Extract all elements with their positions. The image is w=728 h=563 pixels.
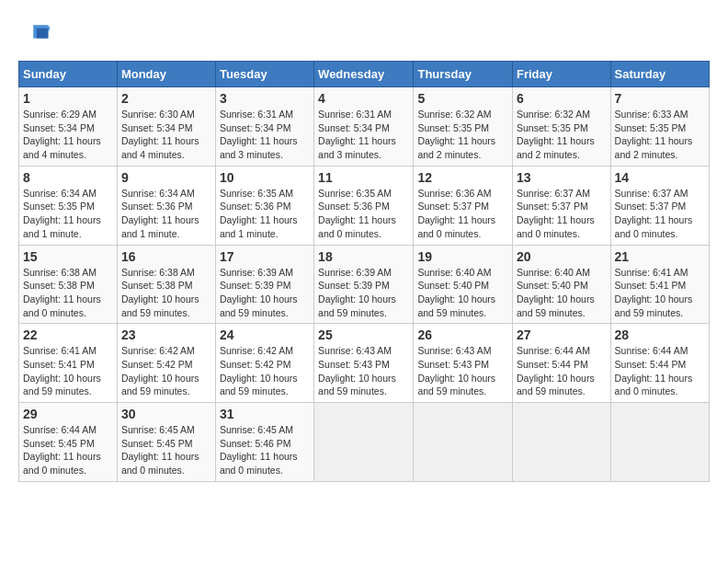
day-number: 13: [517, 170, 607, 185]
calendar-cell: 4 Sunrise: 6:31 AMSunset: 5:34 PMDayligh…: [314, 87, 414, 167]
day-number: 9: [121, 170, 211, 185]
day-info: Sunrise: 6:34 AMSunset: 5:36 PMDaylight:…: [121, 188, 199, 239]
calendar-cell: 26 Sunrise: 6:43 AMSunset: 5:43 PMDaylig…: [414, 324, 513, 403]
day-info: Sunrise: 6:38 AMSunset: 5:38 PMDaylight:…: [23, 267, 101, 318]
calendar-table: SundayMondayTuesdayWednesdayThursdayFrid…: [18, 61, 710, 482]
calendar-week-row: 22 Sunrise: 6:41 AMSunset: 5:41 PMDaylig…: [19, 324, 710, 403]
day-number: 19: [417, 249, 508, 264]
calendar-cell: 31 Sunrise: 6:45 AMSunset: 5:46 PMDaylig…: [215, 403, 313, 482]
day-info: Sunrise: 6:30 AMSunset: 5:34 PMDaylight:…: [121, 109, 199, 160]
page-header: [18, 18, 710, 52]
day-info: Sunrise: 6:31 AMSunset: 5:34 PMDaylight:…: [220, 109, 298, 160]
calendar-cell: 15 Sunrise: 6:38 AMSunset: 5:38 PMDaylig…: [19, 245, 118, 324]
calendar-cell: 10 Sunrise: 6:35 AMSunset: 5:36 PMDaylig…: [215, 166, 313, 245]
day-number: 27: [517, 327, 607, 342]
day-info: Sunrise: 6:35 AMSunset: 5:36 PMDaylight:…: [318, 188, 396, 239]
day-info: Sunrise: 6:44 AMSunset: 5:44 PMDaylight:…: [615, 345, 693, 396]
day-number: 6: [517, 91, 607, 106]
day-info: Sunrise: 6:45 AMSunset: 5:45 PMDaylight:…: [121, 424, 199, 476]
calendar-cell: 17 Sunrise: 6:39 AMSunset: 5:39 PMDaylig…: [215, 245, 313, 324]
calendar-cell: 24 Sunrise: 6:42 AMSunset: 5:42 PMDaylig…: [215, 324, 313, 403]
day-number: 20: [517, 249, 607, 264]
day-info: Sunrise: 6:40 AMSunset: 5:40 PMDaylight:…: [417, 267, 495, 318]
day-number: 28: [615, 327, 705, 342]
day-number: 14: [615, 170, 705, 185]
calendar-cell: [314, 403, 414, 482]
calendar-cell: 7 Sunrise: 6:33 AMSunset: 5:35 PMDayligh…: [610, 87, 709, 167]
calendar-cell: 22 Sunrise: 6:41 AMSunset: 5:41 PMDaylig…: [19, 324, 118, 403]
calendar-cell: 19 Sunrise: 6:40 AMSunset: 5:40 PMDaylig…: [414, 245, 513, 324]
calendar-cell: 14 Sunrise: 6:37 AMSunset: 5:37 PMDaylig…: [610, 166, 709, 245]
svg-marker-2: [37, 29, 49, 39]
day-info: Sunrise: 6:33 AMSunset: 5:35 PMDaylight:…: [615, 109, 693, 160]
calendar-cell: [414, 403, 513, 482]
calendar-cell: 8 Sunrise: 6:34 AMSunset: 5:35 PMDayligh…: [19, 166, 118, 245]
day-info: Sunrise: 6:44 AMSunset: 5:44 PMDaylight:…: [517, 345, 595, 396]
day-number: 8: [23, 170, 113, 185]
day-of-week-header: Sunday: [19, 62, 118, 87]
calendar-cell: 27 Sunrise: 6:44 AMSunset: 5:44 PMDaylig…: [513, 324, 611, 403]
day-info: Sunrise: 6:37 AMSunset: 5:37 PMDaylight:…: [517, 188, 595, 239]
day-of-week-header: Wednesday: [314, 62, 414, 87]
day-number: 15: [23, 249, 113, 264]
day-number: 2: [121, 91, 211, 106]
day-info: Sunrise: 6:42 AMSunset: 5:42 PMDaylight:…: [121, 345, 199, 396]
day-info: Sunrise: 6:45 AMSunset: 5:46 PMDaylight:…: [220, 424, 298, 476]
day-info: Sunrise: 6:31 AMSunset: 5:34 PMDaylight:…: [318, 109, 396, 160]
calendar-cell: 28 Sunrise: 6:44 AMSunset: 5:44 PMDaylig…: [610, 324, 709, 403]
calendar-cell: 21 Sunrise: 6:41 AMSunset: 5:41 PMDaylig…: [610, 245, 709, 324]
day-number: 11: [318, 170, 409, 185]
day-of-week-header: Monday: [117, 62, 215, 87]
calendar-cell: [513, 403, 611, 482]
day-info: Sunrise: 6:38 AMSunset: 5:38 PMDaylight:…: [121, 267, 199, 318]
day-number: 17: [220, 249, 310, 264]
calendar-cell: 23 Sunrise: 6:42 AMSunset: 5:42 PMDaylig…: [117, 324, 215, 403]
calendar-cell: 25 Sunrise: 6:43 AMSunset: 5:43 PMDaylig…: [314, 324, 414, 403]
day-number: 30: [121, 407, 211, 421]
day-of-week-header: Tuesday: [215, 62, 313, 87]
calendar-cell: 11 Sunrise: 6:35 AMSunset: 5:36 PMDaylig…: [314, 166, 414, 245]
day-info: Sunrise: 6:39 AMSunset: 5:39 PMDaylight:…: [318, 267, 396, 318]
day-info: Sunrise: 6:34 AMSunset: 5:35 PMDaylight:…: [23, 188, 101, 239]
day-number: 1: [23, 91, 113, 106]
day-of-week-header: Saturday: [610, 62, 709, 87]
day-number: 3: [220, 91, 310, 106]
day-info: Sunrise: 6:35 AMSunset: 5:36 PMDaylight:…: [220, 188, 298, 239]
day-number: 12: [417, 170, 508, 185]
logo: [18, 18, 55, 52]
day-info: Sunrise: 6:29 AMSunset: 5:34 PMDaylight:…: [23, 109, 101, 160]
day-number: 18: [318, 249, 409, 264]
day-number: 22: [23, 327, 113, 342]
day-number: 23: [121, 327, 211, 342]
day-number: 25: [318, 327, 409, 342]
calendar-cell: 3 Sunrise: 6:31 AMSunset: 5:34 PMDayligh…: [215, 87, 313, 167]
day-of-week-header: Thursday: [414, 62, 513, 87]
day-info: Sunrise: 6:41 AMSunset: 5:41 PMDaylight:…: [23, 345, 101, 396]
day-of-week-header: Friday: [513, 62, 611, 87]
day-number: 26: [417, 327, 508, 342]
day-number: 24: [220, 327, 310, 342]
day-number: 29: [23, 407, 113, 421]
day-info: Sunrise: 6:41 AMSunset: 5:41 PMDaylight:…: [615, 267, 693, 318]
day-number: 7: [615, 91, 705, 106]
calendar-cell: 12 Sunrise: 6:36 AMSunset: 5:37 PMDaylig…: [414, 166, 513, 245]
calendar-header-row: SundayMondayTuesdayWednesdayThursdayFrid…: [19, 62, 710, 87]
calendar-cell: 13 Sunrise: 6:37 AMSunset: 5:37 PMDaylig…: [513, 166, 611, 245]
calendar-cell: 16 Sunrise: 6:38 AMSunset: 5:38 PMDaylig…: [117, 245, 215, 324]
day-info: Sunrise: 6:32 AMSunset: 5:35 PMDaylight:…: [517, 109, 595, 160]
day-info: Sunrise: 6:32 AMSunset: 5:35 PMDaylight:…: [417, 109, 495, 160]
day-number: 31: [220, 407, 310, 421]
calendar-cell: 30 Sunrise: 6:45 AMSunset: 5:45 PMDaylig…: [117, 403, 215, 482]
calendar-cell: 20 Sunrise: 6:40 AMSunset: 5:40 PMDaylig…: [513, 245, 611, 324]
day-number: 4: [318, 91, 409, 106]
day-number: 10: [220, 170, 310, 185]
logo-icon: [18, 18, 51, 52]
calendar-week-row: 8 Sunrise: 6:34 AMSunset: 5:35 PMDayligh…: [19, 166, 710, 245]
calendar-week-row: 29 Sunrise: 6:44 AMSunset: 5:45 PMDaylig…: [19, 403, 710, 482]
day-info: Sunrise: 6:36 AMSunset: 5:37 PMDaylight:…: [417, 188, 495, 239]
calendar-cell: 18 Sunrise: 6:39 AMSunset: 5:39 PMDaylig…: [314, 245, 414, 324]
day-number: 21: [615, 249, 705, 264]
calendar-cell: 2 Sunrise: 6:30 AMSunset: 5:34 PMDayligh…: [117, 87, 215, 167]
day-info: Sunrise: 6:37 AMSunset: 5:37 PMDaylight:…: [615, 188, 693, 239]
calendar-cell: [610, 403, 709, 482]
